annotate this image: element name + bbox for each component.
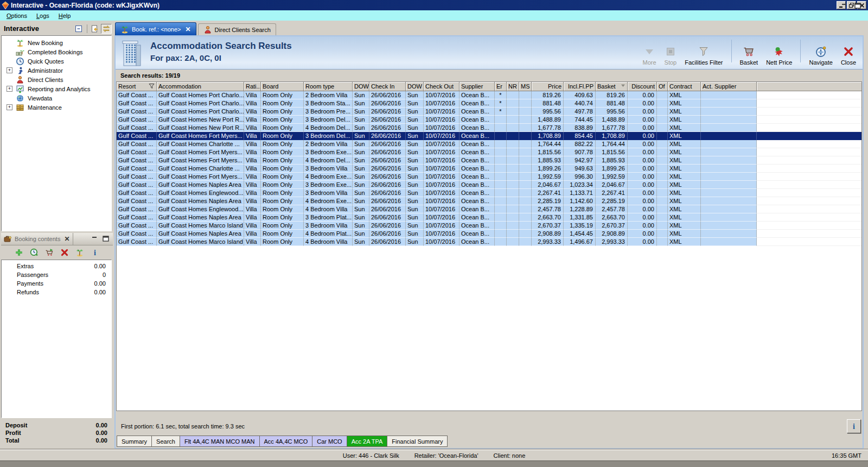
new-booking-button[interactable] xyxy=(75,248,85,257)
navigate-button[interactable]: Navigate xyxy=(809,46,832,66)
result-row[interactable]: Gulf Coast ...Gulf Coast Homes Fort Myer… xyxy=(117,148,861,156)
result-cell: Ocean B... xyxy=(459,181,495,189)
sidebar-item-direct-clients[interactable]: +Direct Clients xyxy=(2,75,111,84)
result-row[interactable]: Gulf Coast ...Gulf Coast Homes New Port … xyxy=(117,116,861,124)
swap-panels-button[interactable] xyxy=(101,24,112,34)
basket-button[interactable]: Basket xyxy=(740,46,758,66)
info-button[interactable]: i xyxy=(91,248,100,257)
column-header-ms[interactable]: MS xyxy=(519,82,532,91)
sidebar-item-quick-quotes[interactable]: +Quick Quotes xyxy=(2,56,111,66)
minimize-view-icon[interactable] xyxy=(841,3,848,9)
booking-summary-row[interactable]: Extras0.00 xyxy=(2,263,111,272)
expand-icon[interactable]: + xyxy=(7,104,12,110)
facilities-filter-button[interactable]: Facilities Filter xyxy=(685,46,723,66)
column-header-resort[interactable]: Resort xyxy=(117,82,157,91)
drawers-icon xyxy=(16,103,24,112)
column-header-nr[interactable]: NR xyxy=(507,82,519,91)
section-tab-acc-2a-tpa[interactable]: Acc 2A TPA xyxy=(347,436,388,447)
result-cell: 0.00 xyxy=(628,222,657,230)
result-row[interactable]: Gulf Coast ...Gulf Coast Homes Port Char… xyxy=(117,91,861,99)
column-header-basket[interactable]: Basket xyxy=(596,82,628,91)
nett-price-button[interactable]: Nett Price xyxy=(766,46,792,66)
menu-help[interactable]: Help xyxy=(54,11,76,20)
column-header-of[interactable]: Of xyxy=(657,82,668,91)
sidebar-item-administrator[interactable]: +Administrator xyxy=(2,66,111,75)
result-row[interactable]: Gulf Coast ...Gulf Coast Homes Charlotte… xyxy=(117,165,861,173)
result-row[interactable]: Gulf Coast ...Gulf Coast Homes Naples Ar… xyxy=(117,181,861,189)
navigation-tree: +New Booking+Completed Bookings+Quick Qu… xyxy=(1,35,112,231)
column-header-act-supplier[interactable]: Act. Supplier xyxy=(701,82,757,91)
result-cell: 3 Bedroom Villa xyxy=(304,222,353,230)
import-booking-button[interactable] xyxy=(89,24,100,34)
result-cell xyxy=(495,230,507,238)
result-row[interactable]: Gulf Coast ...Gulf Coast Homes Naples Ar… xyxy=(117,213,861,222)
delete-item-button[interactable] xyxy=(60,248,69,257)
column-header-er[interactable]: Er xyxy=(495,82,507,91)
section-tab-acc-4a-4c-mco[interactable]: Acc 4A,4C MCO xyxy=(259,436,313,447)
info-button[interactable]: i xyxy=(847,419,861,433)
column-header-accommodation[interactable]: Accommodation xyxy=(157,82,244,91)
filter-funnel-icon[interactable] xyxy=(148,83,155,89)
booking-contents-close-icon[interactable]: ✕ xyxy=(64,235,69,243)
column-header-dow[interactable]: DOW xyxy=(353,82,369,91)
result-row[interactable]: Gulf Coast ...Gulf Coast Homes Port Char… xyxy=(117,99,861,108)
result-row[interactable]: Gulf Coast ...Gulf Coast Homes Marco Isl… xyxy=(117,222,861,230)
result-cell: Room Only xyxy=(261,173,304,181)
result-row[interactable]: Gulf Coast ...Gulf Coast Homes New Port … xyxy=(117,124,861,132)
sidebar-item-reporting-and-analytics[interactable]: +Reporting and Analytics xyxy=(2,84,111,93)
result-row[interactable]: Gulf Coast ...Gulf Coast Homes Marco Isl… xyxy=(117,238,861,246)
result-row[interactable]: Gulf Coast ...Gulf Coast Homes Naples Ar… xyxy=(117,230,861,238)
column-header-incl-fl-pp[interactable]: Incl.Fl.PP xyxy=(564,82,596,91)
result-row[interactable]: Gulf Coast ...Gulf Coast Homes Fort Myer… xyxy=(117,173,861,181)
section-tab-car-mco[interactable]: Car MCO xyxy=(312,436,347,447)
booking-summary-row[interactable]: Payments0.00 xyxy=(2,280,111,289)
result-cell: 907.78 xyxy=(564,148,596,156)
column-header-rati[interactable]: Rati... xyxy=(244,82,261,91)
column-header-dow[interactable]: DOW xyxy=(406,82,424,91)
result-row[interactable]: Gulf Coast ...Gulf Coast Homes Fort Myer… xyxy=(117,156,861,165)
booking-summary-row[interactable]: Refunds0.00 xyxy=(2,289,111,298)
section-tab-financial-summary[interactable]: Financial Summary xyxy=(387,436,448,447)
sidebar-item-viewdata[interactable]: +Viewdata xyxy=(2,93,111,103)
column-header-supplier[interactable]: Supplier xyxy=(459,82,495,91)
result-row[interactable]: Gulf Coast ...Gulf Coast Homes Charlotte… xyxy=(117,140,861,148)
close-button[interactable]: Close xyxy=(841,46,856,66)
section-tab-summary[interactable]: Summary xyxy=(117,436,152,447)
maximize-view-icon[interactable] xyxy=(854,3,861,9)
sidebar-item-maintenance[interactable]: +Maintenance xyxy=(2,103,111,112)
expand-icon[interactable]: + xyxy=(7,67,12,73)
section-tab-flt-4a-4c-man-mco-man[interactable]: Flt 4A,4C MAN MCO MAN xyxy=(180,436,260,447)
booking-contents-tab[interactable]: Booking contents ✕ xyxy=(1,233,73,245)
add-item-button[interactable] xyxy=(15,248,24,257)
quick-quote-button[interactable] xyxy=(30,248,39,257)
sort-indicator-icon[interactable] xyxy=(620,83,626,88)
column-header-check-in[interactable]: Check In xyxy=(369,82,406,91)
tab-direct-clients-search[interactable]: Direct Clients Search xyxy=(198,23,276,35)
collapse-panel-button[interactable] xyxy=(73,24,84,34)
tab-close-icon[interactable]: ✕ xyxy=(186,26,191,33)
column-header-price[interactable]: Price xyxy=(532,82,564,91)
result-cell: 0.00 xyxy=(628,140,657,148)
sidebar-item-completed-bookings[interactable]: +Completed Bookings xyxy=(2,47,111,56)
column-header-board[interactable]: Board xyxy=(261,82,304,91)
menu-options[interactable]: Options xyxy=(2,11,32,20)
column-header-room-type[interactable]: Room type xyxy=(304,82,353,91)
section-tab-search[interactable]: Search xyxy=(151,436,180,447)
result-cell: 1,899.26 xyxy=(596,165,628,173)
booking-summary-row[interactable]: Passengers0 xyxy=(2,272,111,280)
result-row[interactable]: Gulf Coast ...Gulf Coast Homes Naples Ar… xyxy=(117,197,861,205)
column-header-discount[interactable]: Discount xyxy=(628,82,657,91)
move-to-basket-button[interactable] xyxy=(45,248,54,257)
minimize-panel-icon[interactable] xyxy=(91,236,99,242)
result-row[interactable]: Gulf Coast ...Gulf Coast Homes Port Char… xyxy=(117,108,861,116)
menu-logs[interactable]: Logs xyxy=(32,11,54,20)
result-row[interactable]: Gulf Coast ...Gulf Coast Homes Englewood… xyxy=(117,189,861,197)
result-row[interactable]: Gulf Coast ...Gulf Coast Homes Englewood… xyxy=(117,205,861,213)
expand-icon[interactable]: + xyxy=(7,86,12,92)
sidebar-item-new-booking[interactable]: +New Booking xyxy=(2,38,111,47)
result-row[interactable]: Gulf Coast ...Gulf Coast Homes Fort Myer… xyxy=(117,132,861,140)
column-header-check-out[interactable]: Check Out xyxy=(424,82,459,91)
column-header-contract[interactable]: Contract xyxy=(668,82,701,91)
tab-book-ref-none[interactable]: Book. ref.: <none>✕ xyxy=(115,22,196,35)
maximize-panel-icon[interactable] xyxy=(102,236,110,242)
